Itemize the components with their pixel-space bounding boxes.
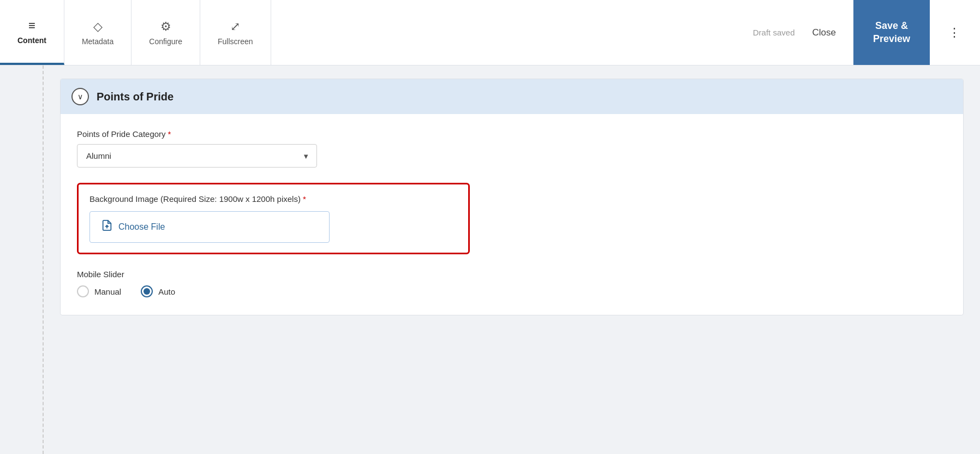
category-required-star: * bbox=[168, 129, 171, 139]
toolbar-spacer bbox=[271, 0, 742, 65]
more-options-button[interactable]: ⋮ bbox=[941, 26, 969, 40]
category-label: Points of Pride Category* bbox=[77, 129, 947, 139]
left-rail bbox=[0, 65, 44, 454]
chevron-down-icon: ∨ bbox=[77, 92, 83, 101]
collapse-button[interactable]: ∨ bbox=[71, 88, 89, 105]
category-form-group: Points of Pride Category* Alumni Faculty… bbox=[77, 129, 947, 168]
tab-fullscreen-label: Fullscreen bbox=[218, 37, 253, 46]
configure-icon: ⚙ bbox=[160, 20, 171, 34]
tab-content[interactable]: ≡ Content bbox=[0, 0, 64, 65]
radio-auto[interactable]: Auto bbox=[141, 285, 175, 297]
tab-content-label: Content bbox=[17, 36, 46, 45]
radio-auto-label: Auto bbox=[158, 287, 175, 296]
section-title: Points of Pride bbox=[97, 91, 174, 103]
radio-manual-label: Manual bbox=[94, 287, 121, 296]
metadata-icon: ◇ bbox=[93, 20, 103, 34]
fullscreen-icon: ⤢ bbox=[230, 20, 240, 34]
points-of-pride-section: ∨ Points of Pride Points of Pride Catego… bbox=[60, 79, 964, 315]
bg-image-label: Background Image (Required Size: 1900w x… bbox=[89, 194, 457, 204]
radio-manual-circle[interactable] bbox=[77, 285, 89, 297]
content-panel: ∨ Points of Pride Points of Pride Catego… bbox=[44, 65, 980, 454]
mobile-slider-section: Mobile Slider Manual Auto bbox=[77, 270, 947, 297]
tab-configure-label: Configure bbox=[149, 37, 182, 46]
category-select[interactable]: Alumni Faculty Staff Students bbox=[77, 144, 317, 168]
main-content: ∨ Points of Pride Points of Pride Catego… bbox=[0, 65, 980, 454]
tab-metadata[interactable]: ◇ Metadata bbox=[64, 0, 132, 65]
tab-configure[interactable]: ⚙ Configure bbox=[132, 0, 200, 65]
close-button[interactable]: Close bbox=[805, 23, 842, 43]
section-header: ∨ Points of Pride bbox=[61, 79, 963, 114]
tab-metadata-label: Metadata bbox=[82, 37, 113, 46]
bg-image-required-star: * bbox=[303, 194, 306, 204]
tab-fullscreen[interactable]: ⤢ Fullscreen bbox=[200, 0, 271, 65]
toolbar-actions: Draft saved Close Save &Preview ⋮ bbox=[742, 0, 980, 65]
choose-file-label: Choose File bbox=[118, 222, 165, 232]
mobile-slider-label: Mobile Slider bbox=[77, 270, 947, 279]
toolbar: ≡ Content ◇ Metadata ⚙ Configure ⤢ Fulls… bbox=[0, 0, 980, 65]
upload-file-icon bbox=[101, 219, 113, 235]
mobile-slider-radio-group: Manual Auto bbox=[77, 285, 947, 297]
content-icon: ≡ bbox=[28, 19, 35, 33]
save-preview-button[interactable]: Save &Preview bbox=[853, 0, 930, 65]
background-image-container: Background Image (Required Size: 1900w x… bbox=[77, 183, 470, 254]
draft-saved-text: Draft saved bbox=[753, 28, 795, 37]
radio-auto-circle[interactable] bbox=[141, 285, 153, 297]
category-select-wrapper: Alumni Faculty Staff Students ▼ bbox=[77, 144, 317, 168]
section-body: Points of Pride Category* Alumni Faculty… bbox=[61, 114, 963, 315]
choose-file-button[interactable]: Choose File bbox=[89, 211, 330, 243]
radio-manual[interactable]: Manual bbox=[77, 285, 121, 297]
